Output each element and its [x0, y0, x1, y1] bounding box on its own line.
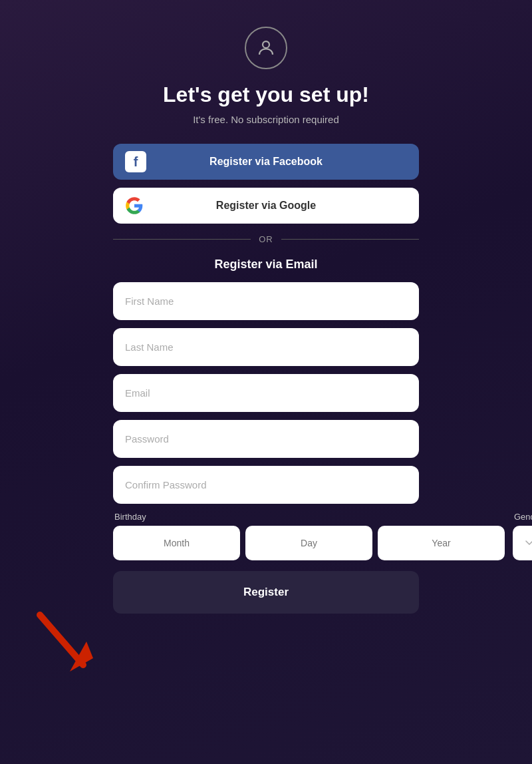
register-button-label: Register [243, 586, 289, 598]
register-button[interactable]: Register [113, 571, 419, 614]
birthday-label: Birthday [113, 512, 505, 522]
facebook-register-button[interactable]: f Register via Facebook [113, 144, 419, 180]
svg-line-1 [40, 615, 83, 665]
password-input[interactable] [113, 420, 419, 458]
svg-marker-2 [70, 642, 93, 671]
user-icon [256, 38, 276, 58]
divider: OR [113, 234, 419, 244]
first-name-input[interactable] [113, 282, 419, 320]
svg-point-0 [263, 41, 269, 48]
year-input[interactable] [378, 526, 505, 560]
gender-label: Gender [513, 512, 532, 522]
email-section-title: Register via Email [113, 258, 419, 272]
google-register-button[interactable]: Register via Google [113, 188, 419, 224]
arrow-annotation [27, 602, 106, 684]
day-input[interactable] [245, 526, 372, 560]
google-button-label: Register via Google [216, 200, 316, 212]
confirm-password-input[interactable] [113, 466, 419, 504]
page-title: Let's get you set up! [163, 83, 369, 107]
last-name-input[interactable] [113, 328, 419, 366]
gender-section: Gender Male Female Other [513, 512, 532, 560]
month-input[interactable] [113, 526, 240, 560]
red-arrow-icon [27, 602, 106, 681]
facebook-button-label: Register via Facebook [209, 156, 323, 168]
birthday-section: Birthday [113, 512, 505, 560]
avatar-circle [245, 27, 287, 69]
google-icon [125, 196, 144, 215]
divider-line-right [281, 239, 419, 240]
divider-line-left [113, 239, 251, 240]
form-container: f Register via Facebook Register via Goo… [113, 144, 419, 614]
gender-select[interactable]: Male Female Other [513, 526, 532, 560]
page-subtitle: It's free. No subscription required [193, 114, 339, 125]
email-input[interactable] [113, 374, 419, 412]
facebook-icon: f [125, 151, 146, 172]
divider-text: OR [259, 234, 273, 244]
birthday-inputs [113, 526, 505, 560]
birthday-gender-row: Birthday Gender Male Female Other [113, 512, 419, 560]
